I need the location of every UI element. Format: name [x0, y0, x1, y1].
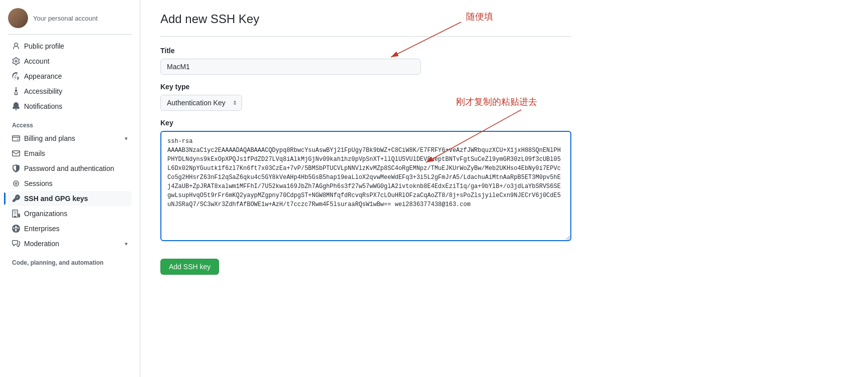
key-type-form-group: Key type Authentication Key Signing Key … — [160, 83, 571, 111]
sidebar: Your personal account Public profile Acc… — [0, 0, 140, 377]
title-form-group: Title — [160, 47, 571, 75]
chevron-down-icon: ▾ — [125, 135, 128, 142]
person-icon — [12, 42, 20, 50]
sidebar-item-label: Organizations — [24, 210, 67, 218]
key-label: Key — [160, 119, 571, 127]
sidebar-item-label: Password and authentication — [24, 164, 114, 172]
sidebar-item-emails[interactable]: Emails — [8, 146, 132, 161]
broadcast-icon — [12, 179, 20, 187]
globe-icon — [12, 225, 20, 233]
avatar — [8, 8, 28, 28]
account-label: Your personal account — [33, 15, 98, 22]
page-title: Add new SSH Key — [160, 12, 571, 26]
sidebar-item-label: Public profile — [24, 42, 64, 50]
sidebar-item-label: Account — [24, 57, 50, 65]
sidebar-item-label: Billing and plans — [24, 134, 75, 142]
account-section: Your personal account — [8, 0, 132, 35]
mail-icon — [12, 149, 20, 157]
add-ssh-key-button[interactable]: Add SSH key — [160, 259, 219, 275]
accessibility-icon — [12, 87, 20, 95]
form-divider — [160, 36, 571, 37]
sidebar-item-appearance[interactable]: Appearance — [8, 69, 132, 84]
sidebar-item-label: SSH and GPG keys — [24, 195, 88, 203]
sidebar-item-billing[interactable]: Billing and plans ▾ — [8, 131, 132, 146]
sidebar-item-label: Appearance — [24, 72, 62, 80]
sidebar-item-public-profile[interactable]: Public profile — [8, 39, 132, 54]
sidebar-item-ssh-gpg[interactable]: SSH and GPG keys — [8, 191, 132, 206]
shield-icon — [12, 164, 20, 172]
key-type-select-wrapper: Authentication Key Signing Key ⇕ — [160, 95, 242, 111]
key-icon — [12, 195, 20, 203]
gear-icon — [12, 57, 20, 65]
key-textarea[interactable]: ssh-rsa AAAAB3NzaC1yc2EAAAADAQABAAACQDyp… — [160, 131, 571, 241]
org-icon — [12, 210, 20, 218]
sidebar-item-label: Enterprises — [24, 225, 60, 233]
sidebar-item-sessions[interactable]: Sessions — [8, 176, 132, 191]
sidebar-item-label: Sessions — [24, 179, 53, 187]
chevron-down-icon: ▾ — [125, 241, 128, 247]
comment-icon — [12, 240, 20, 248]
sidebar-item-organizations[interactable]: Organizations — [8, 206, 132, 221]
main-content: Add new SSH Key 随便填 刚才复制的粘贴进去 Title — [140, 0, 591, 377]
sidebar-item-label: Notifications — [24, 102, 62, 110]
title-input[interactable] — [160, 59, 421, 75]
key-type-select[interactable]: Authentication Key Signing Key — [160, 95, 242, 111]
bell-icon — [12, 102, 20, 110]
title-label: Title — [160, 47, 571, 55]
access-section-label: Access — [8, 114, 132, 131]
sidebar-item-password[interactable]: Password and authentication — [8, 161, 132, 176]
sidebar-item-moderation[interactable]: Moderation ▾ — [8, 236, 132, 251]
sidebar-item-label: Emails — [24, 149, 45, 157]
sidebar-item-enterprises[interactable]: Enterprises — [8, 221, 132, 236]
paintbrush-icon — [12, 72, 20, 80]
code-section-label: Code, planning, and automation — [8, 251, 132, 268]
sidebar-item-label: Moderation — [24, 240, 59, 248]
card-icon — [12, 134, 20, 142]
key-type-label: Key type — [160, 83, 571, 91]
sidebar-item-label: Accessibility — [24, 87, 62, 95]
key-form-group: Key ssh-rsa AAAAB3NzaC1yc2EAAAADAQABAAAC… — [160, 119, 571, 243]
sidebar-item-notifications[interactable]: Notifications — [8, 99, 132, 114]
sidebar-item-accessibility[interactable]: Accessibility — [8, 84, 132, 99]
sidebar-item-account[interactable]: Account — [8, 54, 132, 69]
